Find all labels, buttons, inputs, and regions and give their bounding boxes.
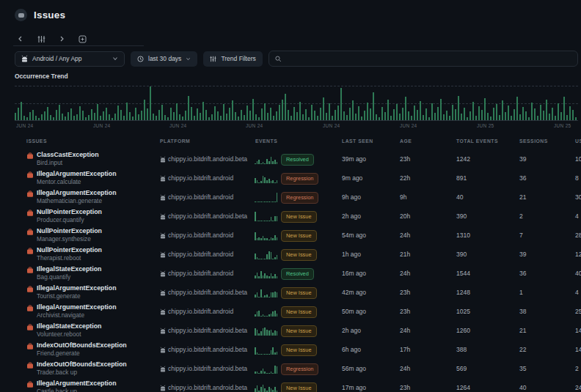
axis-tick-label: JUN 25 <box>554 123 571 128</box>
platform-name: chippy.io.bitdrift.android <box>168 193 233 201</box>
trend-filters-button[interactable]: Trend Filters <box>203 51 262 67</box>
add-view-icon[interactable] <box>76 33 88 45</box>
issue-alert-icon <box>26 152 34 160</box>
table-row[interactable]: IllegalArgumentException Tourist.generat… <box>0 283 581 302</box>
table-row[interactable]: ClassCastException Bird.input chippy.io.… <box>0 149 581 169</box>
total-events-value: 388 <box>456 346 467 353</box>
trend-bar <box>44 111 45 120</box>
col-header-issues[interactable]: Issues <box>26 138 47 144</box>
age-value: 22h <box>400 174 410 182</box>
trend-bar <box>414 106 415 120</box>
trend-bar <box>472 102 474 120</box>
trend-bar <box>452 105 453 120</box>
col-header-platform[interactable]: Platform <box>160 138 190 144</box>
users-value: 14 <box>575 346 581 353</box>
app-selector[interactable]: Android / Any App <box>15 51 125 67</box>
platform-name: chippy.io.bitdrift.android.beta <box>168 155 247 163</box>
issue-title: NullPointerException <box>37 246 102 254</box>
table-row[interactable]: NullPointerException Producer.quantify c… <box>0 207 581 226</box>
sliders-icon[interactable] <box>35 33 47 45</box>
issue-title: IllegalArgumentException <box>37 189 117 196</box>
trend-bar <box>67 112 69 121</box>
sessions-value: 22 <box>519 346 526 353</box>
issues-logo-icon <box>15 9 27 21</box>
status-badge: Resolved <box>281 268 314 280</box>
col-header-events[interactable]: Events <box>255 138 277 144</box>
total-events-value: 1242 <box>456 155 470 163</box>
events-sparkline <box>255 229 278 240</box>
sessions-value: 40 <box>519 384 526 391</box>
search-icon <box>275 56 282 62</box>
trend-bar <box>32 110 34 120</box>
users-value: 14 <box>575 327 581 334</box>
status-badge: Resolved <box>281 154 314 166</box>
sessions-value: 21 <box>519 193 526 201</box>
table-row[interactable]: IllegalStateException Volunteer.reboot c… <box>0 321 581 340</box>
trend-bar <box>516 97 518 120</box>
page-title: Issues <box>34 10 65 21</box>
trend-bar <box>296 112 298 120</box>
events-sparkline <box>255 382 278 392</box>
trend-bar <box>164 115 166 120</box>
trend-bar <box>217 111 219 120</box>
total-events-value: 1025 <box>456 308 470 315</box>
platform-name: chippy.io.bitdrift.android <box>168 270 233 277</box>
trend-bar <box>478 106 480 120</box>
age-value: 24h <box>400 365 410 372</box>
chevron-left-icon[interactable] <box>15 33 26 45</box>
events-sparkline <box>255 306 278 317</box>
trend-bar <box>185 111 186 120</box>
total-events-value: 390 <box>456 251 467 258</box>
col-header-last-seen[interactable]: Last Seen <box>342 138 373 144</box>
col-header-sessions[interactable]: Sessions <box>519 138 548 144</box>
axis-tick-label: JUN 24 <box>93 123 110 128</box>
total-events-value: 1310 <box>456 232 470 239</box>
trend-bar <box>417 110 418 120</box>
events-sparkline <box>255 325 278 336</box>
users-value: 4 <box>575 212 579 220</box>
col-header-users[interactable]: Users <box>575 138 581 144</box>
trend-bar <box>563 97 565 120</box>
trend-bar <box>440 99 442 120</box>
col-header-total-events[interactable]: Total Events <box>456 138 498 144</box>
trend-bar <box>264 103 266 120</box>
total-events-value: 1260 <box>456 327 470 334</box>
trend-bar <box>91 109 92 120</box>
col-header-age[interactable]: Age <box>400 138 412 144</box>
chevron-right-icon[interactable] <box>56 33 67 45</box>
table-row[interactable]: IllegalArgumentException Archivist.navig… <box>0 302 581 321</box>
table-row[interactable]: IndexOutOfBoundsException Trader.back up… <box>0 359 581 378</box>
table-row[interactable]: IllegalStateException Bag.quantify chipp… <box>0 264 581 283</box>
table-row[interactable]: NullPointerException Therapist.reboot ch… <box>0 245 581 264</box>
events-sparkline <box>255 210 278 221</box>
trend-bar <box>179 114 180 120</box>
trend-bar <box>352 100 354 120</box>
issue-title: NullPointerException <box>37 208 102 215</box>
last-seen-value: 42m ago <box>342 289 366 296</box>
status-badge: New Issue <box>281 344 317 356</box>
table-row[interactable]: IndexOutOfBoundsException Friend.generat… <box>0 340 581 359</box>
table-row[interactable]: IllegalArgumentException Castle.back up … <box>0 378 581 392</box>
table-row[interactable]: IllegalArgumentException Mentor.calculat… <box>0 169 581 188</box>
trend-bar <box>484 98 486 120</box>
last-seen-value: 56m ago <box>342 365 366 372</box>
trend-bar <box>79 106 81 120</box>
users-value: 10 <box>575 155 581 163</box>
table-row[interactable]: IllegalArgumentException Mathematician.g… <box>0 188 581 207</box>
trend-bar <box>487 113 489 120</box>
table-row[interactable]: NullPointerException Manager.synthesize … <box>0 226 581 245</box>
trend-bar <box>546 100 547 120</box>
trend-bar <box>364 111 365 120</box>
time-range-button[interactable]: last 30 days <box>131 51 197 67</box>
chart-title: Occurrence Trend <box>15 73 68 80</box>
trend-bar <box>525 111 527 120</box>
age-value: 24h <box>400 270 410 277</box>
age-value: 23h <box>400 155 410 163</box>
search-input[interactable] <box>285 55 571 62</box>
search-box[interactable] <box>268 51 578 67</box>
total-events-value: 1544 <box>456 270 470 277</box>
trend-bar <box>135 108 136 120</box>
issue-subtitle: Producer.quantify <box>37 216 84 223</box>
trend-bar <box>572 110 574 120</box>
status-badge: Regression <box>281 363 318 375</box>
